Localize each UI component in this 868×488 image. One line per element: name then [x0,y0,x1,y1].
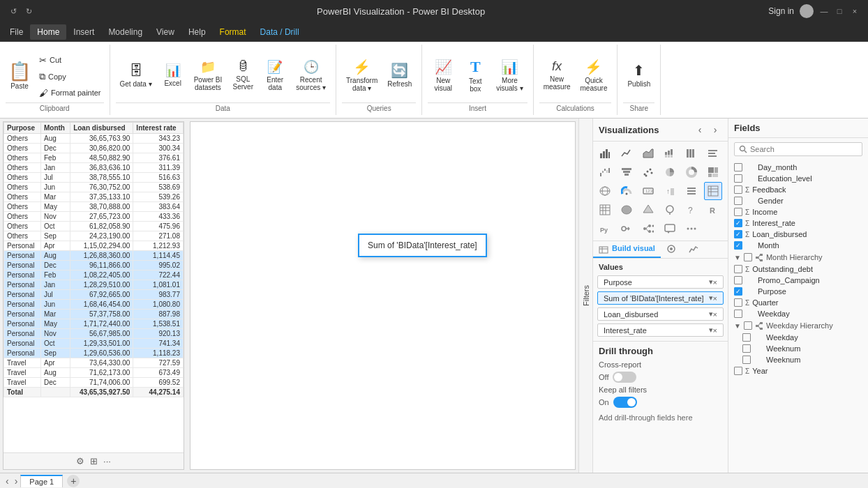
text-box-button[interactable]: T Textbox [460,52,491,99]
field-item-day_month[interactable]: Day_month [728,162,868,173]
sign-in-btn[interactable]: Sign in [768,6,794,16]
field-item-purpose[interactable]: ✓ Purpose [728,286,868,297]
sql-server-button[interactable]: 🛢 SQLServer [227,52,258,99]
viz-stacked-bar[interactable] [661,144,679,162]
field-checkbox[interactable] [734,185,742,194]
field-checkbox[interactable]: ✓ [734,230,742,238]
viz-kpi[interactable]: ↑ [661,182,679,200]
table-row[interactable]: PersonalMar57,37,758.00887.98 [4,310,184,319]
maximize-btn[interactable]: □ [835,6,844,16]
new-visual-button[interactable]: 📈 Newvisual [428,52,458,99]
keep-filters-toggle[interactable] [613,397,637,408]
table-row[interactable]: OthersSep24,23,190.00271.08 [4,231,184,241]
field-item-weekday[interactable]: Weekday [728,308,868,319]
expand-icon[interactable]: ⊞ [90,456,98,466]
field-checkbox[interactable] [734,298,742,307]
table-row[interactable]: OthersJul38,78,555.10516.63 [4,173,184,183]
menu-item-help[interactable]: Help [181,24,213,40]
field-item-weekday[interactable]: Weekday [728,332,868,343]
add-page-button[interactable]: + [67,475,80,487]
table-row[interactable]: OthersMay38,70,888.00383.64 [4,202,184,212]
undo-btn[interactable]: ↺ [8,6,18,16]
field-checkbox[interactable] [742,333,751,342]
table-row[interactable]: PersonalSep1,29,60,536.001,118.23 [4,349,184,358]
table-row[interactable]: PersonalApr1,15,02,294.001,212.93 [4,241,184,251]
field-checkbox[interactable] [734,174,742,183]
viz-clustered-bar[interactable] [704,144,722,162]
quick-measure-button[interactable]: ⚡ Quickmeasure [576,52,612,99]
field-checkbox[interactable] [734,208,742,216]
viz-scatter[interactable] [639,163,657,181]
table-row[interactable]: OthersNov27,65,723.00433.36 [4,212,184,222]
field-group-weekday-hierarchy[interactable]: ▼ Weekday Hierarchy [728,319,868,332]
field-item-outstanding_debt[interactable]: Σ Outstanding_debt [728,264,868,275]
user-avatar[interactable] [800,4,814,18]
viz-filled-map[interactable] [618,201,636,219]
fields-search-input[interactable] [750,145,858,153]
table-row[interactable]: PersonalJan1,28,29,510.001,081.01 [4,280,184,290]
viz-bar-chart[interactable] [596,144,614,162]
paste-button[interactable]: 📋 Paste [6,58,33,93]
cross-report-toggle[interactable] [613,372,636,383]
interest2-remove-btn[interactable]: × [713,326,717,335]
build-visual-tab[interactable]: Build visual [593,241,661,258]
redo-btn[interactable]: ↻ [24,6,33,16]
field-group-month-hierarchy[interactable]: ▼ Month Hierarchy [728,251,868,264]
field-item-promo_campaign[interactable]: Promo_Campaign [728,275,868,286]
table-row[interactable]: PersonalNov56,67,985.00920.13 [4,329,184,339]
table-row[interactable]: PersonalFeb1,08,22,405.00722.44 [4,270,184,280]
field-checkbox[interactable] [734,163,742,171]
page-tab-next[interactable]: › [12,475,21,487]
table-row[interactable]: OthersAug36,65,763.90343.23 [4,134,184,144]
page-tab-1[interactable]: Page 1 [20,475,63,487]
page-tab-prev[interactable]: ‹ [3,475,12,487]
loan-remove-btn[interactable]: × [713,310,717,319]
table-row[interactable]: OthersFeb48,50,882.90376.61 [4,153,184,163]
field-checkbox[interactable] [734,265,742,273]
viz-python[interactable]: Py [596,220,614,238]
new-measure-button[interactable]: fx Newmeasure [539,52,575,99]
more-options-icon[interactable]: ··· [103,456,111,466]
table-row[interactable]: PersonalJul67,92,665.00983.77 [4,290,184,300]
field-item-weeknum[interactable]: Weeknum [728,343,868,354]
viz-azure-map[interactable] [661,201,679,219]
copy-button[interactable]: ⧉ Copy [36,70,104,84]
table-row[interactable]: OthersOct61,82,058.90475.96 [4,222,184,231]
viz-map[interactable] [596,182,614,200]
table-row[interactable]: TravelDec71,74,006.00699.52 [4,378,184,388]
table-row[interactable]: PersonalAug1,26,88,360.001,114.45 [4,251,184,261]
interest-rate2-field-row[interactable]: Interest_rate ▾ × [597,323,724,337]
field-item-weeknum[interactable]: Weeknum [728,354,868,365]
table-row[interactable]: TravelApr73,64,330.00727.59 [4,358,184,368]
field-checkbox[interactable] [742,344,751,353]
field-checkbox[interactable] [742,356,751,364]
viz-nav-prev[interactable]: ‹ [693,123,707,137]
field-item-education_level[interactable]: Education_level [728,173,868,184]
viz-matrix[interactable] [596,201,614,219]
viz-pie[interactable] [661,163,679,181]
table-row[interactable]: OthersJun76,30,752.00538.69 [4,183,184,192]
canvas-main[interactable]: Sum of 'BIData'[Interest_rate] [190,121,576,470]
format-tab[interactable] [661,241,683,258]
purpose-field-row[interactable]: Purpose ▾ × [597,275,724,289]
viz-gauge[interactable] [618,182,636,200]
menu-item-modeling[interactable]: Modeling [101,24,149,40]
viz-table[interactable] [704,182,722,200]
menu-item-format[interactable]: Format [213,24,253,40]
purpose-remove-btn[interactable]: × [713,278,717,287]
field-item-gender[interactable]: Gender [728,195,868,206]
table-row[interactable]: PersonalMay1,71,72,440.001,538.51 [4,319,184,329]
transform-data-button[interactable]: ⚡ Transformdata ▾ [342,52,382,99]
enter-data-button[interactable]: 📝 Enterdata [260,52,290,99]
refresh-button[interactable]: 🔄 Refresh [383,52,416,99]
filters-panel[interactable]: Filters [578,119,592,473]
viz-shape-map[interactable] [639,201,657,219]
viz-key-influencer[interactable] [618,220,636,238]
field-checkbox[interactable]: ✓ [734,219,742,227]
viz-more[interactable] [682,220,701,238]
field-checkbox[interactable] [744,321,752,330]
table-row[interactable]: OthersMar37,35,133.10539.26 [4,192,184,202]
table-row[interactable]: PersonalOct1,29,33,501.00741.34 [4,339,184,349]
menu-item-view[interactable]: View [149,24,181,40]
field-checkbox[interactable]: ✓ [734,241,742,250]
